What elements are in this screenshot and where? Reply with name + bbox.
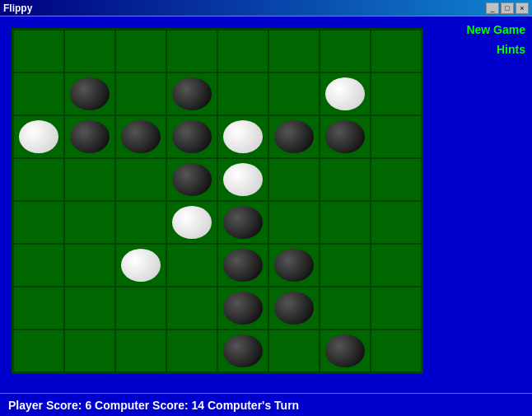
board-cell[interactable] [115, 201, 166, 244]
piece-black [223, 249, 263, 282]
status-bar: Player Score: 6 Computer Score: 14 Compu… [0, 393, 532, 416]
board-cell[interactable] [115, 115, 166, 158]
board-cell[interactable] [64, 115, 115, 158]
piece-black [325, 334, 365, 367]
piece-white [172, 206, 212, 239]
status-text: Player Score: 6 Computer Score: 14 Compu… [8, 399, 299, 412]
board-cell[interactable] [268, 72, 320, 115]
piece-white [121, 249, 161, 282]
board-cell[interactable] [166, 330, 217, 372]
board-cell[interactable] [115, 330, 166, 372]
new-game-button[interactable]: New Game [463, 21, 529, 38]
piece-white [223, 120, 263, 153]
minimize-button[interactable]: _ [486, 2, 499, 14]
board-cell[interactable] [115, 158, 166, 201]
piece-black [223, 334, 263, 367]
board-cell[interactable] [371, 201, 422, 244]
board-cell[interactable] [64, 30, 115, 72]
board-cell[interactable] [166, 287, 217, 330]
board-cell[interactable] [115, 287, 166, 330]
board-cell[interactable] [320, 158, 371, 201]
board-cell[interactable] [320, 30, 371, 72]
board-cell[interactable] [217, 30, 268, 72]
piece-black [172, 163, 212, 196]
board-cell[interactable] [13, 72, 64, 115]
board-cell[interactable] [13, 158, 64, 201]
piece-black [274, 120, 314, 153]
board-cell[interactable] [268, 201, 320, 244]
window-title: Flippy [3, 2, 32, 14]
board-cell[interactable] [64, 72, 115, 115]
board-cell[interactable] [217, 244, 268, 287]
board-cell[interactable] [320, 244, 371, 287]
piece-white [325, 77, 365, 110]
board-cell[interactable] [166, 115, 217, 158]
piece-black [172, 77, 212, 110]
board-cell[interactable] [217, 287, 268, 330]
board-cell[interactable] [13, 287, 64, 330]
board-cell[interactable] [166, 72, 217, 115]
right-panel: New Game Hints [463, 21, 529, 58]
piece-black [274, 292, 314, 325]
piece-black [121, 120, 161, 153]
piece-black [274, 249, 314, 282]
board-container [12, 28, 466, 374]
board-cell[interactable] [268, 287, 320, 330]
board-cell[interactable] [64, 158, 115, 201]
piece-white [223, 163, 263, 196]
piece-black [70, 120, 110, 153]
game-board[interactable] [12, 28, 423, 374]
board-cell[interactable] [13, 244, 64, 287]
board-cell[interactable] [64, 201, 115, 244]
board-cell[interactable] [268, 330, 320, 372]
board-cell[interactable] [320, 287, 371, 330]
board-cell[interactable] [371, 158, 422, 201]
board-cell[interactable] [64, 244, 115, 287]
piece-black [325, 120, 365, 153]
board-cell[interactable] [115, 72, 166, 115]
board-cell[interactable] [13, 201, 64, 244]
board-cell[interactable] [217, 330, 268, 372]
board-cell[interactable] [13, 30, 64, 72]
board-cell[interactable] [268, 158, 320, 201]
piece-black [70, 77, 110, 110]
close-button[interactable]: × [516, 2, 529, 14]
board-cell[interactable] [217, 201, 268, 244]
board-cell[interactable] [320, 330, 371, 372]
piece-white [19, 120, 58, 153]
title-bar: Flippy _ □ × [0, 0, 532, 16]
board-cell[interactable] [371, 72, 422, 115]
piece-black [223, 292, 263, 325]
board-cell[interactable] [371, 30, 422, 72]
window-controls: _ □ × [486, 2, 529, 14]
board-cell[interactable] [64, 330, 115, 372]
board-cell[interactable] [64, 287, 115, 330]
board-cell[interactable] [217, 115, 268, 158]
maximize-button[interactable]: □ [501, 2, 514, 14]
hints-button[interactable]: Hints [463, 41, 529, 58]
board-cell[interactable] [268, 30, 320, 72]
board-cell[interactable] [320, 72, 371, 115]
board-cell[interactable] [166, 30, 217, 72]
window-content: New Game Hints Player Score: 6 Computer … [0, 16, 532, 416]
board-cell[interactable] [13, 330, 64, 372]
board-cell[interactable] [217, 72, 268, 115]
board-cell[interactable] [217, 158, 268, 201]
board-cell[interactable] [371, 330, 422, 372]
board-cell[interactable] [320, 201, 371, 244]
board-cell[interactable] [371, 115, 422, 158]
board-cell[interactable] [166, 201, 217, 244]
piece-black [172, 120, 212, 153]
board-cell[interactable] [115, 30, 166, 72]
board-cell[interactable] [371, 244, 422, 287]
board-cell[interactable] [320, 115, 371, 158]
board-cell[interactable] [268, 244, 320, 287]
piece-black [223, 206, 263, 239]
board-cell[interactable] [166, 158, 217, 201]
board-cell[interactable] [268, 115, 320, 158]
board-cell[interactable] [13, 115, 64, 158]
board-cell[interactable] [115, 244, 166, 287]
board-cell[interactable] [371, 287, 422, 330]
board-cell[interactable] [166, 244, 217, 287]
